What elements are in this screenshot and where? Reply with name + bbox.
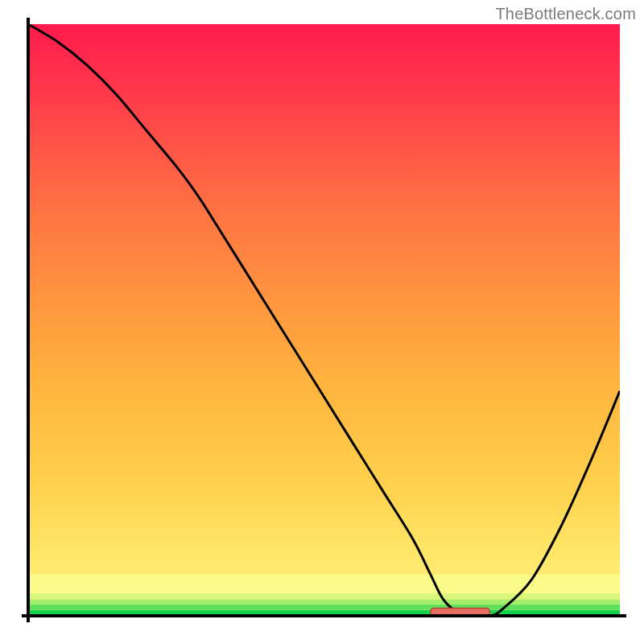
band-lime (28, 599, 620, 605)
band-yellow-pale (28, 593, 620, 599)
gradient-background (28, 24, 620, 616)
bottleneck-chart (0, 0, 644, 644)
chart-container: TheBottleneck.com (0, 0, 644, 644)
watermark-label: TheBottleneck.com (495, 5, 636, 23)
band-green-light (28, 605, 620, 610)
band-yellow-light (28, 575, 620, 594)
plot-area (28, 24, 620, 617)
